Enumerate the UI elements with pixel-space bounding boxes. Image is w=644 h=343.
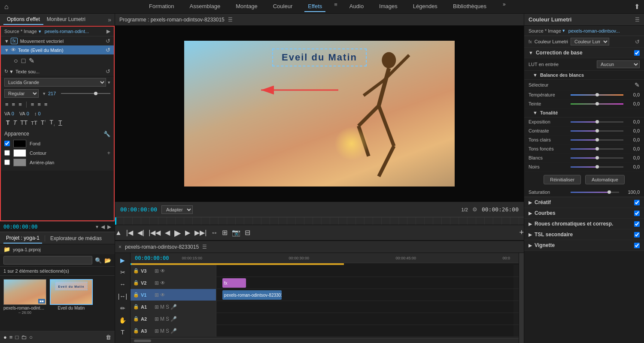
v2-eye-icon[interactable]: 👁 (160, 280, 165, 286)
text-layer-row[interactable]: ▼ 👁 Texte (Eveil du Matin) ↺ (1, 45, 114, 54)
a3-sync-icon[interactable]: ⊞ (155, 328, 159, 334)
timeline-timecode[interactable]: 00:00:00:00 (135, 255, 169, 261)
font-select[interactable]: Lucida Grande (4, 78, 106, 87)
align-left-btn[interactable]: ≡ (4, 100, 9, 108)
timeline-menu-icon[interactable]: ☰ (202, 244, 207, 250)
nav-more-icon[interactable]: » (503, 1, 506, 12)
a1-content[interactable] (216, 301, 513, 313)
align-top-btn[interactable]: ≡ (30, 100, 35, 108)
timeline-close-icon[interactable]: × (118, 244, 122, 250)
courbes-checkbox[interactable] (634, 211, 640, 216)
timeline-scrollbar-v[interactable] (519, 253, 524, 343)
add-media-btn[interactable]: + (519, 228, 524, 237)
pp-icon-folder[interactable]: 🗀 (21, 334, 27, 340)
a3-content[interactable] (216, 325, 513, 337)
vignette-header[interactable]: ▶ Vignette (524, 240, 644, 250)
tons-fonces-slider[interactable] (571, 148, 623, 150)
leading-value[interactable]: 0 (38, 111, 40, 116)
pen-tool[interactable]: ✎ (29, 57, 34, 65)
a1-lock-icon[interactable]: 🔒 (133, 304, 139, 310)
tab-explorateur[interactable]: Explorateur de médias (48, 234, 104, 243)
nav-bibliotheques[interactable]: Bibliothèques (450, 1, 490, 12)
tl-tool-slip[interactable]: ↔ (118, 280, 127, 289)
play-fwd-btn[interactable]: ▶ (185, 229, 190, 237)
bold-btn[interactable]: T (6, 119, 10, 126)
lumetri-menu-icon[interactable]: ☰ (635, 17, 640, 23)
tracking-value[interactable]: 0 (27, 111, 29, 116)
home-icon[interactable]: ⌂ (4, 3, 9, 11)
nav-effets[interactable]: Effets (304, 1, 325, 12)
font-size-slider[interactable] (61, 93, 110, 94)
correction-base-checkbox[interactable] (634, 50, 640, 56)
nav-montage[interactable]: Montage (232, 1, 261, 12)
text-layer-eye-icon[interactable]: 👁 (11, 47, 16, 53)
program-menu-icon[interactable]: ☰ (228, 17, 233, 23)
nav-images[interactable]: Images (376, 1, 401, 12)
source-name[interactable]: pexels-roman-odint... (45, 29, 89, 34)
a3-mute-icon[interactable]: M (160, 328, 164, 334)
settings-icon[interactable]: ⚙ (472, 206, 477, 213)
v1-eye-icon[interactable]: 👁 (160, 292, 165, 298)
underline-btn[interactable]: T (58, 119, 62, 126)
effects-panel-expand-icon[interactable]: » (108, 16, 111, 23)
fit-select[interactable]: Adapter (161, 205, 193, 214)
align-middle-btn[interactable]: ≡ (36, 100, 42, 108)
align-bottom-btn[interactable]: ≡ (43, 100, 49, 108)
pp-icon-search[interactable]: ○ (29, 334, 33, 340)
balance-blancs-header[interactable]: ▼ Balance des blancs (524, 71, 644, 80)
correction-base-header[interactable]: ▼ Correction de base (524, 48, 644, 58)
monitor-timecode[interactable]: 00:00:00:00 (120, 206, 157, 213)
contour-add-icon[interactable]: + (107, 150, 110, 156)
roues-checkbox[interactable] (634, 221, 640, 227)
source-dropdown[interactable]: ▾ (39, 29, 41, 34)
filter-icon[interactable]: ▾ (96, 224, 98, 230)
tl-tool-hand[interactable]: ✋ (118, 316, 128, 325)
a1-mute-icon[interactable]: M (160, 304, 164, 310)
fond-checkbox[interactable] (4, 141, 10, 146)
tl-tool-stretch[interactable]: |↔| (117, 292, 128, 301)
effect-reset-icon[interactable]: ↺ (106, 38, 110, 44)
v3-toggle-output-icon[interactable]: ⊞ (155, 268, 159, 274)
tsl-checkbox[interactable] (634, 232, 640, 238)
tl-tool-select[interactable]: ▶ (119, 256, 126, 265)
lut-select[interactable]: Aucun (597, 60, 640, 68)
goto-in-btn[interactable]: |◀ (126, 229, 133, 237)
a2-solo-icon[interactable]: S (166, 316, 169, 322)
play-back-btn[interactable]: ◀ (165, 229, 170, 237)
lumetri-source-dropdown[interactable]: ▾ (562, 28, 565, 33)
v2-toggle-output-icon[interactable]: ⊞ (155, 280, 159, 286)
playhead-bar[interactable] (115, 217, 524, 225)
italic-btn[interactable]: T (13, 119, 17, 126)
appearance-settings-icon[interactable]: 🔧 (103, 131, 110, 137)
v1-toggle-output-icon[interactable]: ⊞ (155, 292, 159, 298)
pp-icon-grid[interactable]: □ (15, 334, 18, 340)
align-center-btn[interactable]: ≡ (11, 100, 16, 108)
contour-swatch[interactable] (13, 149, 26, 157)
superscript-btn[interactable]: T↑ (41, 119, 46, 126)
teinte-slider[interactable] (571, 103, 623, 105)
arriere-plan-swatch[interactable] (13, 159, 26, 166)
tab-projet[interactable]: Projet : yoga-1 (3, 233, 42, 244)
a3-lock-icon[interactable]: 🔒 (133, 328, 139, 334)
font-style-select[interactable]: Regular (4, 89, 39, 98)
camera-btn[interactable]: 📷 (232, 229, 240, 237)
v1-video-clip[interactable]: pexels-roman-odintsov-823301 (222, 290, 282, 300)
noirs-slider[interactable] (571, 166, 623, 168)
smallcaps-btn[interactable]: TT (31, 120, 37, 126)
automatique-btn[interactable]: Automatique (585, 175, 625, 184)
loop-btn[interactable]: ↔ (211, 229, 218, 237)
a2-content[interactable] (216, 313, 513, 325)
mark-in-btn[interactable]: ▲ (115, 229, 122, 237)
nav-audio[interactable]: Audio (346, 1, 367, 12)
a2-mic-icon[interactable]: 🎤 (170, 316, 177, 322)
a1-mic-icon[interactable]: 🎤 (170, 304, 177, 310)
insert-btn[interactable]: ⊞ (222, 229, 228, 237)
pp-icon-new[interactable]: ● (3, 334, 7, 340)
pp-icon-list[interactable]: ≡ (9, 334, 13, 340)
v3-eye-icon[interactable]: 👁 (160, 268, 165, 274)
new-bin-icon[interactable]: 📂 (104, 257, 111, 264)
textsub-reset-icon[interactable]: ↺ (106, 68, 110, 75)
nav-couleur[interactable]: Couleur (270, 1, 296, 12)
pp-icon-delete[interactable]: 🗑 (106, 334, 111, 340)
a2-lock-icon[interactable]: 🔒 (133, 316, 139, 322)
